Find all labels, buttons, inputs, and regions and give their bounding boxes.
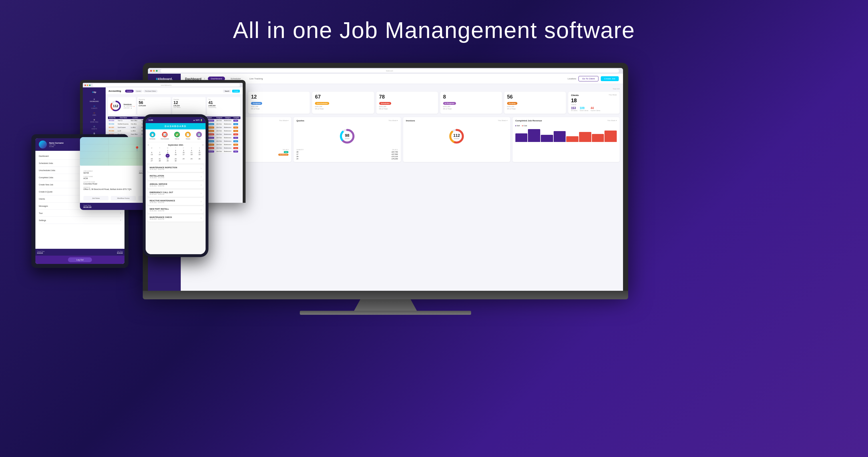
monitor-clients-icon: 👥 bbox=[93, 105, 95, 107]
monitor-assets-icon: ⚙️ bbox=[93, 126, 95, 127]
job-chevron-icon: › bbox=[201, 208, 202, 211]
calendar-date: 7 bbox=[156, 152, 164, 153]
phone-job-item[interactable]: MAINTENANCE CHECK 30.06.2021 - 09:00 PM … bbox=[147, 214, 204, 222]
revenue-bar-chart bbox=[516, 128, 617, 142]
phone-job-item[interactable]: INSTALLATION 30.06.2021 - 04:13 PM › bbox=[147, 173, 204, 180]
tablet-nav-settings[interactable]: Settings › bbox=[39, 217, 121, 224]
calendar-date: 2 bbox=[172, 150, 180, 151]
chevron-right-icon: › bbox=[120, 219, 121, 222]
monitor-item-work[interactable]: 📋WORK REQ bbox=[83, 117, 106, 124]
clients-total: 18 bbox=[571, 98, 617, 104]
quick-action-schedule[interactable]: 📋 Schedule bbox=[149, 132, 155, 140]
calendar-date: 25 bbox=[188, 158, 195, 160]
calendar-dates: 1234567891011121314151617181920212223242… bbox=[148, 150, 203, 162]
monitor-page-title: Accounting bbox=[108, 90, 121, 92]
phone-job-item[interactable]: ANNUAL SERVICE 30.06.2021 - 08:00 PM › bbox=[147, 181, 204, 188]
col-complete: Complete bbox=[232, 117, 240, 119]
calendar-date: 8 bbox=[164, 152, 172, 153]
clients-total-sub: Clients bbox=[571, 104, 617, 105]
phone-job-item[interactable]: EMERGENCY CALL OUT 30.06.2021 - 09:00 PM… bbox=[147, 190, 204, 197]
monitor-item-jobs[interactable]: 💼JOBS bbox=[83, 111, 106, 117]
monitor-dash-icon: ⊞ bbox=[94, 98, 95, 100]
clients-phone-icon: ✅ bbox=[174, 132, 180, 138]
calendar-days: MTWTFSS bbox=[148, 147, 203, 149]
due-card: Overdue 12 £36,200 Due Within bbox=[172, 97, 206, 115]
quick-action-sync[interactable]: ⬇️ Sync bbox=[196, 132, 202, 140]
phone-quick-actions: 📋 Schedule 📊 Unscheduled ✅ Clients 📄 She… bbox=[146, 129, 206, 142]
laptop-foot bbox=[300, 311, 471, 315]
col-assigned: Assigned bbox=[215, 117, 223, 119]
main-invoices-donut: 112 bbox=[110, 100, 122, 112]
calendar-date: 17 bbox=[180, 154, 187, 158]
monitor-logo: klip bbox=[83, 90, 106, 95]
calendar-date: 18 bbox=[188, 154, 195, 158]
monitor-create-button[interactable]: Create bbox=[232, 90, 240, 93]
calendar-date: 21 bbox=[156, 158, 164, 160]
calendar-date: 26 bbox=[195, 158, 203, 160]
tablet-nav-tour[interactable]: Tour › bbox=[39, 210, 121, 217]
monitor-tab-po[interactable]: Purchase Orders bbox=[143, 90, 158, 93]
calendar-date: 12 bbox=[195, 152, 203, 153]
quick-action-unscheduled[interactable]: 📊 Unscheduled bbox=[160, 132, 169, 140]
stat-card-1: 12 Assigned £101,200 0% of Total bbox=[248, 92, 310, 114]
workflow-forms-button[interactable]: Workflow Forms bbox=[111, 196, 136, 201]
laptop-main-content: Dashboard ℹ Dashboard Scheduler Live Tra… bbox=[181, 74, 623, 291]
tablet-avatar bbox=[39, 141, 47, 149]
overdue-card: Requiring 56 £278,500 bbox=[137, 97, 171, 115]
job-chevron-icon: › bbox=[201, 216, 202, 220]
col-client: Client Name bbox=[117, 117, 130, 119]
monitor-search-button[interactable]: Search bbox=[223, 90, 231, 93]
calendar-date: 20 bbox=[148, 158, 156, 160]
create-job-button[interactable]: Create Job bbox=[601, 76, 619, 81]
monitor-work-icon: 📋 bbox=[93, 119, 95, 121]
monitor-item-dashboard[interactable]: ⊞DASHBOARD bbox=[83, 97, 106, 104]
browser-url-bar[interactable]: klipboard. bbox=[160, 69, 619, 72]
phone-device: 1:20 ▲ WiFi 🔋 DASHBOARD 📋 Schedule 📊 Uns bbox=[143, 114, 209, 257]
calendar-date: 6 bbox=[148, 152, 156, 153]
laptop-topbar: Dashboard ℹ Dashboard Scheduler Live Tra… bbox=[181, 74, 623, 84]
phone-job-item[interactable]: NEW PART INSTALL 30.06.2021 - 09:00 PM › bbox=[147, 206, 204, 213]
job-notes-button[interactable]: Job Notes bbox=[83, 196, 108, 201]
monitor-item-clients[interactable]: 👥CLIENTS bbox=[83, 104, 106, 111]
calendar-date: 23 bbox=[172, 158, 180, 160]
calendar-date: 29 bbox=[164, 160, 172, 162]
monitor-item-assets[interactable]: ⚙️ASSETS bbox=[83, 124, 106, 131]
clients-card: Clients This Week 18 Clients 153 All Cli… bbox=[568, 92, 620, 114]
dashboard-body: Jobs Overview Total 216 18 Assigned £101… bbox=[181, 84, 623, 291]
go-to-client-button[interactable]: Go To Client bbox=[579, 76, 598, 82]
job-number-field: Job Number 98765 bbox=[83, 170, 135, 174]
info-icon: ℹ bbox=[204, 78, 205, 80]
phone-calendar: ‹ September 2021 › MTWTFSS 1234567891011… bbox=[146, 142, 206, 164]
invoices-card: Invoices This Week ▾ bbox=[403, 117, 510, 162]
phone-job-item[interactable]: REACTIVE MAINTENANCE 30.06.2021 - 09:00 … bbox=[147, 198, 204, 205]
calendar-date: 22 bbox=[164, 158, 172, 160]
col-inv: Invoice No. bbox=[108, 117, 117, 119]
outstanding-card: Set 41 £489,500 Outstanding bbox=[207, 97, 240, 115]
logout-button[interactable]: Log Out bbox=[68, 257, 92, 262]
stat-card-2: 67 Unscheduled £101,200 0% of Total bbox=[312, 92, 374, 114]
monitor-jobs-icon: 💼 bbox=[93, 112, 95, 114]
calendar-date: 10 bbox=[180, 152, 187, 153]
calendar-date: 1 bbox=[164, 150, 172, 151]
monitor-tab-invoices[interactable]: Invoices bbox=[125, 90, 134, 93]
phone-inner: 1:20 ▲ WiFi 🔋 DASHBOARD 📋 Schedule 📊 Uns bbox=[146, 117, 206, 254]
next-month-icon[interactable]: › bbox=[203, 144, 203, 146]
phone-job-item[interactable]: MAINTENANCE INSPECTION 30.06.2021 - 09:0… bbox=[147, 165, 204, 172]
locations-label: Locations bbox=[568, 78, 576, 80]
prev-month-icon[interactable]: ‹ bbox=[148, 144, 149, 146]
calendar-date: 11 bbox=[188, 152, 195, 153]
quotes-donut: 98 Quotes bbox=[297, 125, 398, 148]
charts-row: Purchase Orders This Week ▾ bbox=[184, 117, 620, 162]
calendar-date: 24 bbox=[180, 158, 187, 160]
calendar-date: 16 bbox=[172, 154, 180, 158]
quick-action-sheets[interactable]: 📄 Sheets bbox=[185, 132, 191, 140]
calendar-date[interactable]: 15 bbox=[164, 154, 172, 158]
quick-action-clients[interactable]: ✅ Clients bbox=[174, 132, 180, 140]
monitor-tab-quotes[interactable]: Quotes bbox=[134, 90, 143, 93]
job-chevron-icon: › bbox=[201, 175, 202, 178]
job-chevron-icon: › bbox=[201, 200, 202, 203]
tab-live-tracking[interactable]: Live Tracking bbox=[247, 77, 266, 81]
calendar-date: 27 bbox=[148, 160, 156, 162]
main-invoice-card: 112 Invoices 56 · £278,500 · ● £465,000 … bbox=[108, 97, 136, 115]
calendar-date: 3 bbox=[180, 150, 187, 151]
